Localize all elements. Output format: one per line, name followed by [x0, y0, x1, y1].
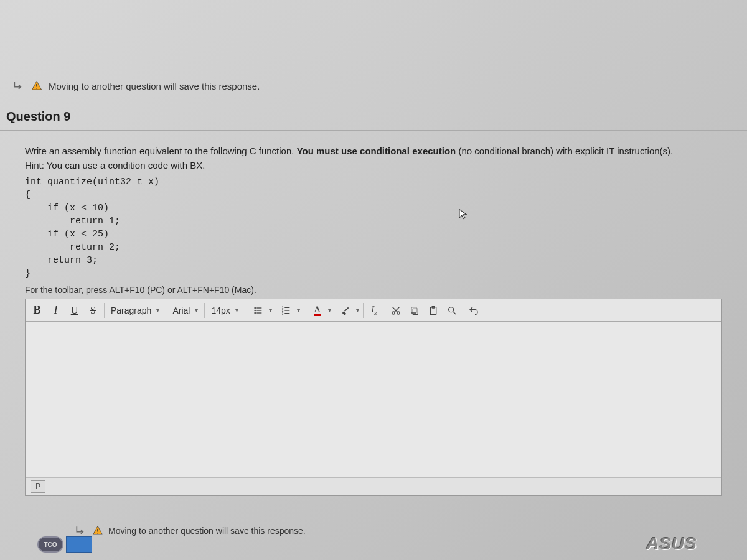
svg-rect-9 — [284, 307, 289, 307]
undo-icon — [469, 306, 479, 315]
editor-textarea[interactable] — [26, 322, 721, 477]
bullet-list-button[interactable]: ▾ — [247, 301, 275, 320]
separator — [463, 303, 463, 318]
chevron-down-icon: ▾ — [269, 307, 272, 314]
save-notice-bottom: Moving to another question will save thi… — [0, 520, 747, 542]
svg-rect-7 — [256, 312, 261, 313]
question-title: Question 9 — [0, 103, 747, 131]
copy-icon — [410, 306, 420, 315]
reply-arrow-icon — [75, 525, 87, 537]
strikethrough-button[interactable]: S — [84, 301, 103, 320]
chevron-down-icon: ▾ — [356, 307, 359, 314]
highlight-button[interactable]: ▾ — [334, 301, 362, 320]
warning-icon — [92, 525, 103, 536]
separator — [245, 303, 245, 318]
svg-rect-11 — [284, 310, 289, 310]
bold-button[interactable]: B — [28, 301, 47, 320]
separator — [204, 303, 205, 318]
save-notice-top: Moving to another question will save thi… — [0, 75, 747, 97]
monitor-stickers: TCO — [37, 536, 92, 553]
chevron-down-icon: ▾ — [156, 307, 159, 314]
undo-button[interactable] — [464, 301, 483, 320]
question-prompt: Write an assembly function equivalent to… — [25, 146, 722, 156]
chevron-down-icon: ▾ — [235, 307, 238, 314]
svg-point-20 — [448, 307, 453, 312]
svg-rect-22 — [97, 533, 98, 534]
svg-rect-3 — [256, 307, 261, 308]
numbered-list-icon: 123 — [277, 301, 296, 320]
paste-button[interactable] — [424, 301, 443, 320]
chevron-down-icon: ▾ — [297, 307, 300, 314]
warning-icon — [31, 80, 42, 91]
svg-rect-17 — [413, 309, 418, 314]
separator — [385, 303, 385, 318]
monitor-brand: ASUS — [646, 534, 697, 554]
question-hint: Hint: You can use a condition code with … — [25, 160, 722, 170]
text-color-button[interactable]: A ▾ — [306, 301, 334, 320]
editor-footer: P — [26, 477, 721, 495]
highlight-icon — [336, 301, 355, 320]
svg-rect-0 — [36, 84, 37, 87]
tco-sticker: TCO — [37, 536, 63, 553]
svg-text:3: 3 — [281, 312, 283, 315]
paragraph-select[interactable]: Paragraph ▾ — [106, 302, 164, 319]
path-indicator[interactable]: P — [31, 480, 45, 493]
font-size-label: 14px — [211, 306, 230, 315]
font-select-label: Arial — [172, 306, 190, 315]
chevron-down-icon: ▾ — [328, 307, 331, 314]
separator — [166, 303, 166, 318]
chevron-down-icon: ▾ — [195, 307, 198, 314]
clear-formatting-button[interactable]: Ix — [365, 301, 383, 320]
paste-icon — [428, 306, 438, 315]
rich-text-editor: B I U S Paragraph ▾ Arial ▾ 14px ▾ — [25, 299, 722, 496]
prompt-lead: Write an assembly function equivalent to… — [25, 146, 297, 156]
svg-rect-21 — [97, 529, 98, 532]
question-body: Write an assembly function equivalent to… — [0, 131, 747, 507]
numbered-list-button[interactable]: 123 ▾ — [275, 301, 303, 320]
editor-toolbar: B I U S Paragraph ▾ Arial ▾ 14px ▾ — [26, 299, 721, 322]
prompt-trail: (no conditional branch) with explicit IT… — [456, 146, 673, 156]
svg-point-6 — [254, 312, 256, 314]
prompt-bold: You must use conditional execution — [297, 146, 456, 156]
save-notice-text: Moving to another question will save thi… — [49, 81, 260, 91]
svg-rect-5 — [256, 310, 261, 310]
underline-button[interactable]: U — [65, 301, 84, 320]
separator — [104, 303, 105, 318]
code-block: int quantize(uint32_t x) { if (x < 10) r… — [25, 175, 722, 280]
bullet-list-icon — [249, 301, 268, 320]
copy-button[interactable] — [405, 301, 424, 320]
find-button[interactable] — [443, 301, 461, 320]
svg-rect-16 — [411, 307, 416, 312]
paragraph-select-label: Paragraph — [111, 306, 151, 315]
cut-button[interactable] — [387, 301, 405, 320]
separator — [304, 303, 304, 318]
svg-point-4 — [254, 309, 256, 311]
svg-rect-13 — [284, 313, 289, 314]
reply-arrow-icon — [12, 80, 25, 92]
save-notice-text: Moving to another question will save thi… — [108, 526, 306, 536]
text-color-icon: A — [308, 301, 327, 320]
energy-sticker — [66, 536, 92, 553]
search-icon — [447, 306, 457, 315]
toolbar-hint: For the toolbar, press ALT+F10 (PC) or A… — [25, 285, 722, 295]
svg-rect-1 — [36, 88, 37, 89]
font-select[interactable]: Arial ▾ — [167, 302, 203, 319]
italic-button[interactable]: I — [47, 301, 65, 320]
separator — [363, 303, 364, 318]
svg-point-2 — [254, 307, 256, 309]
cut-icon — [391, 306, 401, 315]
font-size-select[interactable]: 14px ▾ — [206, 302, 243, 319]
